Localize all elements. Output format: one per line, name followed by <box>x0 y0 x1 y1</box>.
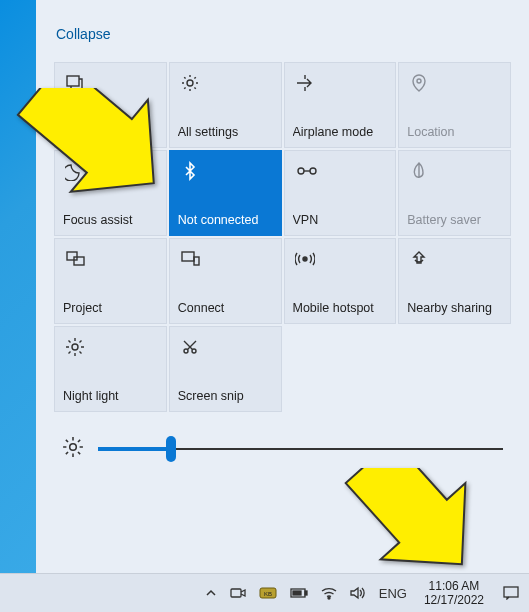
battery-icon[interactable] <box>288 578 310 608</box>
language-indicator[interactable]: ENG <box>377 578 409 608</box>
project-icon <box>65 249 158 273</box>
tile-project[interactable]: Project <box>54 238 167 324</box>
tile-location[interactable]: Location <box>398 62 511 148</box>
tile-screen-snip[interactable]: Screen snip <box>169 326 282 412</box>
tile-mobile-hotspot[interactable]: Mobile hotspot <box>284 238 397 324</box>
tile-label: Focus assist <box>63 213 158 227</box>
meet-now-icon[interactable] <box>228 578 248 608</box>
tile-battery-saver[interactable]: Battery saver <box>398 150 511 236</box>
svg-rect-21 <box>504 587 518 597</box>
svg-rect-7 <box>182 252 194 261</box>
slider-thumb[interactable] <box>166 436 176 462</box>
action-center-icon[interactable] <box>499 578 523 608</box>
wifi-icon[interactable] <box>319 578 339 608</box>
svg-point-3 <box>298 168 304 174</box>
tile-label: Night light <box>63 389 158 403</box>
moon-icon <box>65 161 158 185</box>
tile-label: Location <box>407 125 502 139</box>
hotspot-icon <box>295 249 388 273</box>
svg-rect-18 <box>305 591 307 595</box>
svg-rect-14 <box>231 589 241 597</box>
tile-night-light[interactable]: Night light <box>54 326 167 412</box>
tile-network[interactable]: Network <box>54 62 167 148</box>
svg-point-9 <box>303 257 307 261</box>
taskbar-clock[interactable]: 11:06 AM 12/17/2022 <box>418 579 490 607</box>
svg-rect-5 <box>67 252 77 260</box>
svg-rect-6 <box>74 257 84 265</box>
bluetooth-icon <box>180 161 273 185</box>
vpn-icon <box>295 161 388 185</box>
brightness-slider[interactable] <box>98 434 503 464</box>
tile-focus-assist[interactable]: Focus assist <box>54 150 167 236</box>
svg-point-11 <box>184 349 188 353</box>
share-icon <box>409 249 502 273</box>
tile-label: Not connected <box>178 213 273 227</box>
tile-label: Nearby sharing <box>407 301 502 315</box>
keyboard-icon[interactable]: KB <box>257 578 279 608</box>
tile-connect[interactable]: Connect <box>169 238 282 324</box>
svg-rect-8 <box>194 257 199 265</box>
svg-point-1 <box>187 80 193 86</box>
tile-label: All settings <box>178 125 273 139</box>
gear-icon <box>180 73 273 97</box>
brightness-icon <box>62 436 84 462</box>
svg-point-13 <box>70 444 77 451</box>
airplane-icon <box>295 73 388 97</box>
tile-label: Connect <box>178 301 273 315</box>
volume-icon[interactable] <box>348 578 368 608</box>
location-icon <box>409 73 502 97</box>
taskbar: KB ENG 11:06 AM 12/17/2022 <box>0 573 529 612</box>
svg-rect-0 <box>67 76 79 86</box>
tile-vpn[interactable]: VPN <box>284 150 397 236</box>
tile-label: Project <box>63 301 158 315</box>
svg-point-10 <box>72 344 78 350</box>
collapse-link[interactable]: Collapse <box>56 26 110 42</box>
tile-label: Mobile hotspot <box>293 301 388 315</box>
quick-actions-grid: Network All settings Airplane mode <box>54 62 511 412</box>
action-center-panel: Collapse Network All settings <box>36 0 529 573</box>
tile-all-settings[interactable]: All settings <box>169 62 282 148</box>
clock-date: 12/17/2022 <box>424 593 484 607</box>
tile-bluetooth[interactable]: Not connected <box>169 150 282 236</box>
svg-point-20 <box>328 597 330 599</box>
system-tray: KB ENG 11:06 AM 12/17/2022 <box>203 578 523 608</box>
tile-label: Airplane mode <box>293 125 388 139</box>
tile-nearby-sharing[interactable]: Nearby sharing <box>398 238 511 324</box>
svg-rect-19 <box>293 591 301 595</box>
sun-icon <box>65 337 158 361</box>
tile-label: Network <box>63 125 158 139</box>
clock-time: 11:06 AM <box>424 579 484 593</box>
slider-track-fill <box>98 447 171 451</box>
svg-point-2 <box>417 79 421 83</box>
svg-point-12 <box>192 349 196 353</box>
brightness-control <box>62 434 503 464</box>
connect-icon <box>180 249 273 273</box>
svg-text:KB: KB <box>264 591 272 597</box>
tile-airplane-mode[interactable]: Airplane mode <box>284 62 397 148</box>
svg-point-4 <box>310 168 316 174</box>
chevron-up-icon[interactable] <box>203 578 219 608</box>
snip-icon <box>180 337 273 361</box>
tile-label: VPN <box>293 213 388 227</box>
tile-label: Screen snip <box>178 389 273 403</box>
tile-label: Battery saver <box>407 213 502 227</box>
leaf-icon <box>409 161 502 185</box>
network-icon <box>65 73 158 97</box>
